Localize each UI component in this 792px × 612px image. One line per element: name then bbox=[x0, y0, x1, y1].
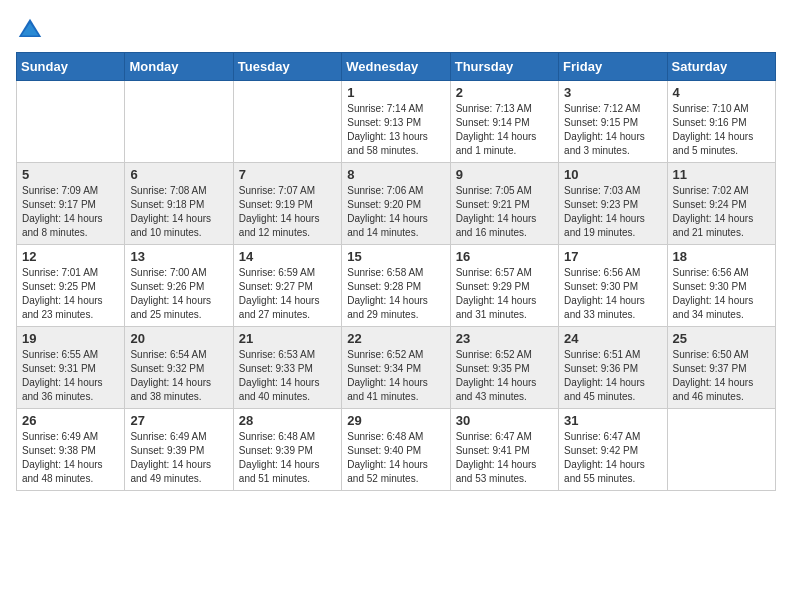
calendar-cell: 6Sunrise: 7:08 AM Sunset: 9:18 PM Daylig… bbox=[125, 163, 233, 245]
day-info: Sunrise: 6:49 AM Sunset: 9:38 PM Dayligh… bbox=[22, 430, 119, 486]
page-header bbox=[16, 16, 776, 44]
day-number: 13 bbox=[130, 249, 227, 264]
day-info: Sunrise: 7:01 AM Sunset: 9:25 PM Dayligh… bbox=[22, 266, 119, 322]
day-info: Sunrise: 6:55 AM Sunset: 9:31 PM Dayligh… bbox=[22, 348, 119, 404]
day-info: Sunrise: 7:14 AM Sunset: 9:13 PM Dayligh… bbox=[347, 102, 444, 158]
day-info: Sunrise: 6:48 AM Sunset: 9:40 PM Dayligh… bbox=[347, 430, 444, 486]
day-number: 1 bbox=[347, 85, 444, 100]
day-number: 19 bbox=[22, 331, 119, 346]
day-info: Sunrise: 6:56 AM Sunset: 9:30 PM Dayligh… bbox=[564, 266, 661, 322]
day-number: 23 bbox=[456, 331, 553, 346]
day-number: 7 bbox=[239, 167, 336, 182]
day-info: Sunrise: 6:48 AM Sunset: 9:39 PM Dayligh… bbox=[239, 430, 336, 486]
calendar-week-4: 19Sunrise: 6:55 AM Sunset: 9:31 PM Dayli… bbox=[17, 327, 776, 409]
day-number: 6 bbox=[130, 167, 227, 182]
day-number: 25 bbox=[673, 331, 770, 346]
calendar-week-3: 12Sunrise: 7:01 AM Sunset: 9:25 PM Dayli… bbox=[17, 245, 776, 327]
weekday-header-wednesday: Wednesday bbox=[342, 53, 450, 81]
day-info: Sunrise: 6:53 AM Sunset: 9:33 PM Dayligh… bbox=[239, 348, 336, 404]
day-info: Sunrise: 7:13 AM Sunset: 9:14 PM Dayligh… bbox=[456, 102, 553, 158]
calendar-cell: 13Sunrise: 7:00 AM Sunset: 9:26 PM Dayli… bbox=[125, 245, 233, 327]
day-number: 9 bbox=[456, 167, 553, 182]
calendar-cell: 24Sunrise: 6:51 AM Sunset: 9:36 PM Dayli… bbox=[559, 327, 667, 409]
day-info: Sunrise: 7:07 AM Sunset: 9:19 PM Dayligh… bbox=[239, 184, 336, 240]
day-number: 17 bbox=[564, 249, 661, 264]
weekday-header-sunday: Sunday bbox=[17, 53, 125, 81]
weekday-header-tuesday: Tuesday bbox=[233, 53, 341, 81]
day-number: 20 bbox=[130, 331, 227, 346]
calendar-cell bbox=[233, 81, 341, 163]
day-number: 22 bbox=[347, 331, 444, 346]
day-info: Sunrise: 7:02 AM Sunset: 9:24 PM Dayligh… bbox=[673, 184, 770, 240]
day-number: 3 bbox=[564, 85, 661, 100]
day-number: 30 bbox=[456, 413, 553, 428]
day-info: Sunrise: 6:50 AM Sunset: 9:37 PM Dayligh… bbox=[673, 348, 770, 404]
calendar-cell: 28Sunrise: 6:48 AM Sunset: 9:39 PM Dayli… bbox=[233, 409, 341, 491]
day-number: 11 bbox=[673, 167, 770, 182]
day-number: 18 bbox=[673, 249, 770, 264]
calendar-cell: 12Sunrise: 7:01 AM Sunset: 9:25 PM Dayli… bbox=[17, 245, 125, 327]
day-info: Sunrise: 7:10 AM Sunset: 9:16 PM Dayligh… bbox=[673, 102, 770, 158]
calendar-cell: 30Sunrise: 6:47 AM Sunset: 9:41 PM Dayli… bbox=[450, 409, 558, 491]
calendar-cell: 31Sunrise: 6:47 AM Sunset: 9:42 PM Dayli… bbox=[559, 409, 667, 491]
day-number: 27 bbox=[130, 413, 227, 428]
day-info: Sunrise: 6:57 AM Sunset: 9:29 PM Dayligh… bbox=[456, 266, 553, 322]
calendar-week-2: 5Sunrise: 7:09 AM Sunset: 9:17 PM Daylig… bbox=[17, 163, 776, 245]
day-info: Sunrise: 6:47 AM Sunset: 9:42 PM Dayligh… bbox=[564, 430, 661, 486]
calendar-cell: 9Sunrise: 7:05 AM Sunset: 9:21 PM Daylig… bbox=[450, 163, 558, 245]
calendar-cell: 8Sunrise: 7:06 AM Sunset: 9:20 PM Daylig… bbox=[342, 163, 450, 245]
day-number: 10 bbox=[564, 167, 661, 182]
day-info: Sunrise: 6:52 AM Sunset: 9:34 PM Dayligh… bbox=[347, 348, 444, 404]
day-info: Sunrise: 6:52 AM Sunset: 9:35 PM Dayligh… bbox=[456, 348, 553, 404]
calendar-table: SundayMondayTuesdayWednesdayThursdayFrid… bbox=[16, 52, 776, 491]
calendar-week-1: 1Sunrise: 7:14 AM Sunset: 9:13 PM Daylig… bbox=[17, 81, 776, 163]
calendar-cell: 18Sunrise: 6:56 AM Sunset: 9:30 PM Dayli… bbox=[667, 245, 775, 327]
day-number: 15 bbox=[347, 249, 444, 264]
day-info: Sunrise: 6:59 AM Sunset: 9:27 PM Dayligh… bbox=[239, 266, 336, 322]
calendar-cell: 25Sunrise: 6:50 AM Sunset: 9:37 PM Dayli… bbox=[667, 327, 775, 409]
weekday-header-monday: Monday bbox=[125, 53, 233, 81]
day-number: 28 bbox=[239, 413, 336, 428]
calendar-week-5: 26Sunrise: 6:49 AM Sunset: 9:38 PM Dayli… bbox=[17, 409, 776, 491]
day-info: Sunrise: 7:06 AM Sunset: 9:20 PM Dayligh… bbox=[347, 184, 444, 240]
weekday-header-row: SundayMondayTuesdayWednesdayThursdayFrid… bbox=[17, 53, 776, 81]
day-info: Sunrise: 6:58 AM Sunset: 9:28 PM Dayligh… bbox=[347, 266, 444, 322]
weekday-header-friday: Friday bbox=[559, 53, 667, 81]
calendar-cell: 21Sunrise: 6:53 AM Sunset: 9:33 PM Dayli… bbox=[233, 327, 341, 409]
day-number: 2 bbox=[456, 85, 553, 100]
logo bbox=[16, 16, 48, 44]
day-number: 14 bbox=[239, 249, 336, 264]
day-info: Sunrise: 6:56 AM Sunset: 9:30 PM Dayligh… bbox=[673, 266, 770, 322]
day-info: Sunrise: 7:08 AM Sunset: 9:18 PM Dayligh… bbox=[130, 184, 227, 240]
calendar-cell: 26Sunrise: 6:49 AM Sunset: 9:38 PM Dayli… bbox=[17, 409, 125, 491]
calendar-cell bbox=[17, 81, 125, 163]
day-number: 8 bbox=[347, 167, 444, 182]
calendar-cell bbox=[125, 81, 233, 163]
day-info: Sunrise: 6:54 AM Sunset: 9:32 PM Dayligh… bbox=[130, 348, 227, 404]
day-info: Sunrise: 7:12 AM Sunset: 9:15 PM Dayligh… bbox=[564, 102, 661, 158]
calendar-cell: 1Sunrise: 7:14 AM Sunset: 9:13 PM Daylig… bbox=[342, 81, 450, 163]
day-number: 26 bbox=[22, 413, 119, 428]
day-number: 31 bbox=[564, 413, 661, 428]
weekday-header-thursday: Thursday bbox=[450, 53, 558, 81]
calendar-cell: 10Sunrise: 7:03 AM Sunset: 9:23 PM Dayli… bbox=[559, 163, 667, 245]
logo-icon bbox=[16, 16, 44, 44]
calendar-cell: 5Sunrise: 7:09 AM Sunset: 9:17 PM Daylig… bbox=[17, 163, 125, 245]
day-info: Sunrise: 7:03 AM Sunset: 9:23 PM Dayligh… bbox=[564, 184, 661, 240]
day-info: Sunrise: 7:00 AM Sunset: 9:26 PM Dayligh… bbox=[130, 266, 227, 322]
day-info: Sunrise: 6:51 AM Sunset: 9:36 PM Dayligh… bbox=[564, 348, 661, 404]
day-number: 24 bbox=[564, 331, 661, 346]
calendar-cell: 19Sunrise: 6:55 AM Sunset: 9:31 PM Dayli… bbox=[17, 327, 125, 409]
calendar-cell: 2Sunrise: 7:13 AM Sunset: 9:14 PM Daylig… bbox=[450, 81, 558, 163]
calendar-cell: 27Sunrise: 6:49 AM Sunset: 9:39 PM Dayli… bbox=[125, 409, 233, 491]
day-number: 21 bbox=[239, 331, 336, 346]
day-number: 16 bbox=[456, 249, 553, 264]
calendar-cell: 15Sunrise: 6:58 AM Sunset: 9:28 PM Dayli… bbox=[342, 245, 450, 327]
calendar-cell: 16Sunrise: 6:57 AM Sunset: 9:29 PM Dayli… bbox=[450, 245, 558, 327]
day-info: Sunrise: 7:05 AM Sunset: 9:21 PM Dayligh… bbox=[456, 184, 553, 240]
day-info: Sunrise: 6:49 AM Sunset: 9:39 PM Dayligh… bbox=[130, 430, 227, 486]
calendar-cell: 29Sunrise: 6:48 AM Sunset: 9:40 PM Dayli… bbox=[342, 409, 450, 491]
day-number: 4 bbox=[673, 85, 770, 100]
calendar-cell: 17Sunrise: 6:56 AM Sunset: 9:30 PM Dayli… bbox=[559, 245, 667, 327]
calendar-cell: 11Sunrise: 7:02 AM Sunset: 9:24 PM Dayli… bbox=[667, 163, 775, 245]
